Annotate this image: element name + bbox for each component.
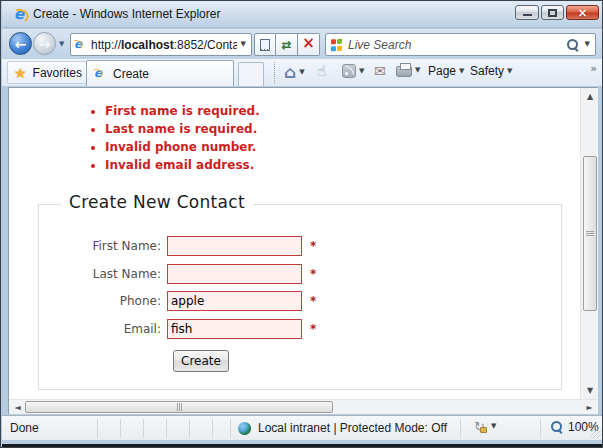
safety-menu-label: Safety xyxy=(470,64,504,78)
refresh-icon: ⇄ xyxy=(281,39,291,51)
forward-button[interactable]: → xyxy=(33,32,56,55)
status-text: Done xyxy=(10,421,39,435)
favorites-button[interactable]: ★ Favorites xyxy=(7,61,93,84)
feeds-button[interactable]: ▼ xyxy=(342,64,364,78)
back-button[interactable]: ← xyxy=(9,32,32,55)
address-bar[interactable]: e http://localhost:8852/Conta ▼ xyxy=(70,33,252,56)
print-caret-icon[interactable]: ▼ xyxy=(415,67,420,74)
inprivate-filtering-button[interactable]: ↻ ▼ xyxy=(474,420,496,433)
window-title: Create - Windows Internet Explorer xyxy=(33,7,220,21)
page-menu-label: Page xyxy=(428,64,456,78)
refresh-button[interactable]: ⇄ xyxy=(276,33,298,56)
page-caret-icon: ▼ xyxy=(459,68,464,75)
email-field[interactable] xyxy=(167,319,302,339)
search-icon[interactable] xyxy=(566,38,580,52)
pan-button[interactable]: ☝ xyxy=(317,64,326,79)
read-mail-button[interactable]: ✉ xyxy=(374,64,386,78)
toolbar-overflow-chevron-icon[interactable]: » xyxy=(590,63,597,74)
home-button[interactable]: ⌂ ▼ xyxy=(284,64,305,81)
url-host: localhost xyxy=(121,38,174,52)
status-divider xyxy=(166,419,167,438)
required-marker: * xyxy=(310,322,316,336)
status-divider xyxy=(212,419,213,438)
print-button[interactable]: ▼ xyxy=(396,63,420,77)
rss-icon xyxy=(342,64,356,78)
stop-button[interactable]: × xyxy=(298,33,320,56)
close-icon: × xyxy=(577,7,587,19)
recent-pages-caret-icon[interactable]: ▼ xyxy=(59,41,64,48)
required-marker: * xyxy=(310,294,316,308)
vertical-scrollbar-thumb[interactable] xyxy=(583,156,597,311)
navigation-bar: ← → ▼ e http://localhost:8852/Conta ▼ ⇄ … xyxy=(2,29,603,59)
error-item: Last name is required. xyxy=(105,122,260,136)
search-box[interactable]: Live Search ▼ xyxy=(325,33,596,56)
status-divider xyxy=(189,419,190,438)
required-marker: * xyxy=(310,239,316,253)
last-name-label: Last Name: xyxy=(9,267,167,281)
tab-label: Create xyxy=(113,67,149,81)
maximize-button[interactable] xyxy=(541,5,564,20)
favorites-label: Favorites xyxy=(33,66,82,80)
required-marker: * xyxy=(310,267,316,281)
favorites-command-bar: ★ Favorites e Create ⌂ ▼ ☝ ▼ ✉ ▼ Page ▼ xyxy=(2,59,603,86)
address-dropdown-caret-icon[interactable]: ▼ xyxy=(241,41,248,48)
first-name-label: First Name: xyxy=(9,239,167,253)
error-item: Invalid phone number. xyxy=(105,140,260,154)
error-item: First name is required. xyxy=(105,104,260,118)
status-divider xyxy=(97,419,98,438)
close-button[interactable]: × xyxy=(566,5,599,20)
page-content: First name is required. Last name is req… xyxy=(8,87,598,414)
scroll-left-icon[interactable]: ◄ xyxy=(9,400,26,415)
scroll-right-icon[interactable]: ► xyxy=(581,400,598,415)
feeds-caret-icon[interactable]: ▼ xyxy=(359,68,364,75)
search-input[interactable]: Live Search xyxy=(348,38,561,52)
new-tab-stub[interactable] xyxy=(238,62,264,86)
zoom-icon xyxy=(550,420,564,434)
maximize-icon xyxy=(548,9,557,17)
favorites-star-icon: ★ xyxy=(14,66,27,80)
status-divider xyxy=(460,419,461,438)
tab-create[interactable]: e Create xyxy=(86,60,234,86)
compatibility-view-button[interactable] xyxy=(254,33,276,56)
security-zone-text: Local intranet | Protected Mode: Off xyxy=(258,421,447,435)
url-prefix: http:// xyxy=(91,38,121,52)
inprivate-caret-icon[interactable]: ▼ xyxy=(491,423,496,430)
home-caret-icon[interactable]: ▼ xyxy=(299,69,304,76)
minimize-button[interactable] xyxy=(515,5,539,20)
search-options-caret-icon[interactable]: ▼ xyxy=(585,41,590,48)
form-row-email: Email: * xyxy=(9,317,316,341)
first-name-field[interactable] xyxy=(167,236,302,256)
ie-favicon: e xyxy=(74,38,87,51)
page-menu[interactable]: Page ▼ xyxy=(428,64,464,78)
safety-caret-icon: ▼ xyxy=(507,68,512,75)
scroll-up-icon[interactable]: ▲ xyxy=(581,88,599,105)
ie-icon: e xyxy=(11,6,27,22)
create-button[interactable]: Create xyxy=(173,350,229,372)
mail-icon: ✉ xyxy=(374,64,386,78)
status-divider xyxy=(120,419,121,438)
title-bar: e Create - Windows Internet Explorer × xyxy=(2,1,603,28)
form-row-phone: Phone: * xyxy=(9,289,316,313)
status-bar: Done Local intranet | Protected Mode: Of… xyxy=(2,415,603,440)
compatibility-view-icon xyxy=(260,39,270,51)
toolbar-separator xyxy=(274,62,275,83)
status-divider xyxy=(143,419,144,438)
url-suffix: :8852/Conta xyxy=(174,38,237,52)
horizontal-scrollbar-thumb[interactable] xyxy=(25,401,333,413)
horizontal-scrollbar[interactable]: ◄ ► xyxy=(9,399,598,414)
resize-grip[interactable] xyxy=(591,428,601,438)
url-field[interactable]: http://localhost:8852/Conta xyxy=(91,38,237,52)
email-label: Email: xyxy=(9,322,167,336)
form-row-last-name: Last Name: * xyxy=(9,262,316,286)
home-icon: ⌂ xyxy=(284,64,296,81)
scroll-down-icon[interactable]: ▼ xyxy=(581,382,599,399)
vertical-scrollbar[interactable]: ▲ ▼ xyxy=(580,88,598,399)
thumb-grip xyxy=(586,231,594,236)
last-name-field[interactable] xyxy=(167,264,302,284)
validation-summary: First name is required. Last name is req… xyxy=(89,104,260,176)
safety-menu[interactable]: Safety ▼ xyxy=(470,64,512,78)
inprivate-filtering-icon: ↻ xyxy=(474,420,485,433)
tab-favicon: e xyxy=(94,67,107,80)
phone-field[interactable] xyxy=(167,291,302,311)
page-title: Create New Contact xyxy=(61,192,253,212)
